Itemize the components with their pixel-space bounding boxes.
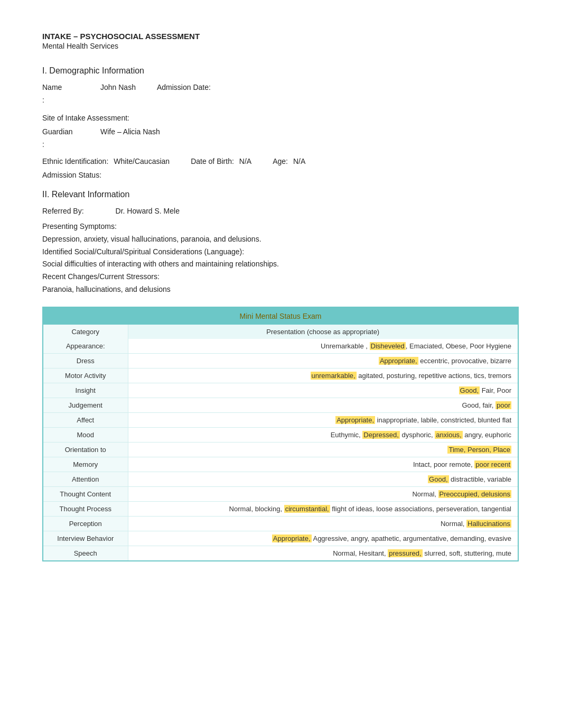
ethnic-label: Ethnic Identification: bbox=[42, 157, 108, 165]
guardian-label: Guardian bbox=[42, 127, 90, 136]
mmse-presentation: Normal, Hesitant, pressured, slurred, so… bbox=[128, 546, 518, 560]
mmse-presentation: Good, fair, poor bbox=[128, 398, 518, 412]
referred-label: Referred By: bbox=[42, 207, 84, 215]
presenting-line: Social difficulties of interacting with … bbox=[42, 258, 519, 271]
mmse-category: Orientation to bbox=[43, 442, 128, 457]
table-row: Appearance:Unremarkable , Disheveled, Em… bbox=[43, 339, 518, 354]
referred-value: Dr. Howard S. Mele bbox=[116, 207, 180, 215]
mmse-category: Thought Content bbox=[43, 486, 128, 501]
presenting-line: Paranoia, hallucinations, and delusions bbox=[42, 283, 519, 296]
presenting-lines: Depression, anxiety, visual hallucinatio… bbox=[42, 233, 519, 296]
mmse-category: Insight bbox=[43, 383, 128, 398]
admission-status: Admission Status: bbox=[42, 171, 519, 179]
mmse-category: Interview Behavior bbox=[43, 531, 128, 546]
mmse-presentation: Appropriate, eccentric, provocative, biz… bbox=[128, 353, 518, 368]
section1-heading: I. Demographic Information bbox=[42, 66, 519, 76]
table-row: JudgementGood, fair, poor bbox=[43, 398, 518, 412]
site-label: Site of Intake Assessment: bbox=[42, 114, 519, 122]
table-row: Thought ContentNormal, Preoccupied, delu… bbox=[43, 486, 518, 501]
doc-subtitle: Mental Health Services bbox=[42, 42, 519, 50]
mmse-presentation: Normal, blocking, circumstantial, flight… bbox=[128, 501, 518, 516]
name-value: John Nash bbox=[100, 83, 136, 91]
presenting-line: Depression, anxiety, visual hallucinatio… bbox=[42, 233, 519, 246]
presenting-line: Identified Social/Cultural/Spiritual Con… bbox=[42, 246, 519, 259]
mmse-presentation: Appropriate, inappropriate, labile, cons… bbox=[128, 412, 518, 427]
age-value: N/A bbox=[293, 157, 305, 165]
mmse-category: Motor Activity bbox=[43, 368, 128, 383]
table-row: MoodEuthymic, Depressed, dysphoric, anxi… bbox=[43, 427, 518, 442]
dob-label: Date of Birth: bbox=[191, 157, 234, 165]
mmse-container: Mini Mental Status Exam Category Present… bbox=[42, 307, 519, 561]
guardian-row: Guardian Wife – Alicia Nash bbox=[42, 127, 519, 136]
mmse-presentation: Unremarkable , Disheveled, Emaciated, Ob… bbox=[128, 339, 518, 354]
table-row: InsightGood, Fair, Poor bbox=[43, 383, 518, 398]
mmse-presentation: Good, distractible, variable bbox=[128, 472, 518, 486]
mmse-presentation: Good, Fair, Poor bbox=[128, 383, 518, 398]
mmse-category: Attention bbox=[43, 472, 128, 486]
document-header: INTAKE – PSYCHOSOCIAL ASSESSMENT Mental … bbox=[42, 32, 519, 50]
guardian-value: Wife – Alicia Nash bbox=[100, 127, 160, 136]
table-row: Orientation toTime, Person, Place bbox=[43, 442, 518, 457]
table-row: AffectAppropriate, inappropriate, labile… bbox=[43, 412, 518, 427]
age-label: Age: bbox=[273, 157, 288, 165]
mmse-header: Mini Mental Status Exam bbox=[43, 308, 518, 325]
col-category: Category bbox=[43, 325, 128, 339]
col-presentation: Presentation (choose as appropriate) bbox=[128, 325, 518, 339]
name-row: Name John Nash Admission Date: bbox=[42, 83, 519, 91]
mmse-presentation: Appropriate, Aggressive, angry, apatheti… bbox=[128, 531, 518, 546]
mmse-category: Speech bbox=[43, 546, 128, 560]
ethnic-value: White/Caucasian bbox=[114, 157, 170, 165]
mmse-presentation: Normal, Hallucinations bbox=[128, 516, 518, 531]
mmse-presentation: Euthymic, Depressed, dysphoric, anxious,… bbox=[128, 427, 518, 442]
referred-row: Referred By: Dr. Howard S. Mele bbox=[42, 207, 519, 215]
mmse-category: Memory bbox=[43, 457, 128, 472]
mmse-presentation: Time, Person, Place bbox=[128, 442, 518, 457]
mmse-category: Judgement bbox=[43, 398, 128, 412]
section2-heading: II. Relevant Information bbox=[42, 190, 519, 199]
mmse-category: Appearance: bbox=[43, 339, 128, 354]
presenting-block: Presenting Symptoms: Depression, anxiety… bbox=[42, 220, 519, 296]
table-row: PerceptionNormal, Hallucinations bbox=[43, 516, 518, 531]
table-row: AttentionGood, distractible, variable bbox=[43, 472, 518, 486]
mmse-category: Affect bbox=[43, 412, 128, 427]
name-colon: : bbox=[42, 96, 519, 104]
admission-label: Admission Date: bbox=[157, 83, 211, 91]
guardian-colon: : bbox=[42, 140, 519, 149]
ethnic-row: Ethnic Identification: White/Caucasian D… bbox=[42, 157, 519, 165]
name-label: Name bbox=[42, 83, 90, 91]
dob-group: Date of Birth: N/A bbox=[191, 157, 251, 165]
presenting-line: Recent Changes/Current Stressors: bbox=[42, 271, 519, 283]
mmse-presentation: unremarkable, agitated, posturing, repet… bbox=[128, 368, 518, 383]
mmse-col-header: Category Presentation (choose as appropr… bbox=[43, 325, 518, 339]
table-row: Interview BehaviorAppropriate, Aggressiv… bbox=[43, 531, 518, 546]
age-group: Age: N/A bbox=[273, 157, 305, 165]
mmse-presentation: Normal, Preoccupied, delusions bbox=[128, 486, 518, 501]
ethnic-group: Ethnic Identification: White/Caucasian bbox=[42, 157, 170, 165]
table-row: DressAppropriate, eccentric, provocative… bbox=[43, 353, 518, 368]
table-row: Thought ProcessNormal, blocking, circums… bbox=[43, 501, 518, 516]
mmse-category: Perception bbox=[43, 516, 128, 531]
mmse-category: Mood bbox=[43, 427, 128, 442]
table-row: Motor Activityunremarkable, agitated, po… bbox=[43, 368, 518, 383]
doc-title: INTAKE – PSYCHOSOCIAL ASSESSMENT bbox=[42, 32, 519, 41]
dob-value: N/A bbox=[239, 157, 251, 165]
mmse-category: Dress bbox=[43, 353, 128, 368]
mmse-presentation: Intact, poor remote, poor recent bbox=[128, 457, 518, 472]
presenting-label: Presenting Symptoms: bbox=[42, 220, 519, 233]
mmse-table: Category Presentation (choose as appropr… bbox=[43, 325, 518, 560]
mmse-category: Thought Process bbox=[43, 501, 128, 516]
table-row: MemoryIntact, poor remote, poor recent bbox=[43, 457, 518, 472]
table-row: SpeechNormal, Hesitant, pressured, slurr… bbox=[43, 546, 518, 560]
